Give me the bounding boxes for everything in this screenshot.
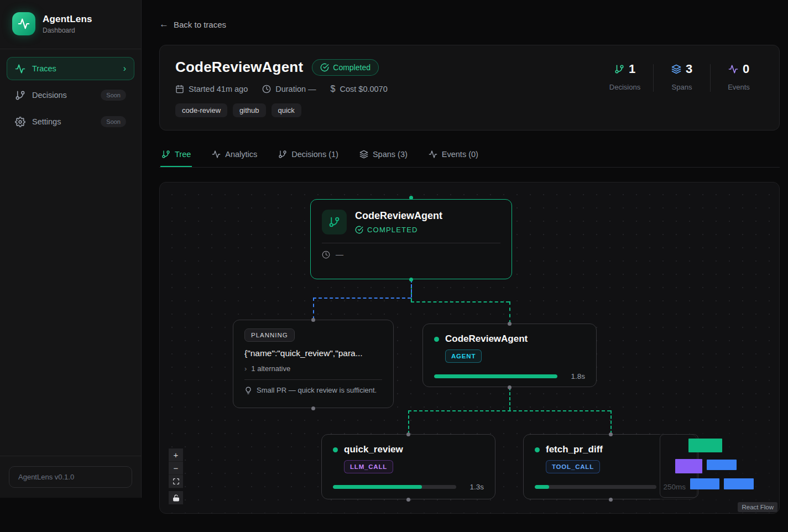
brand-name: AgentLens — [43, 14, 92, 25]
decision-type-badge: PLANNING — [244, 328, 295, 342]
maximize-icon — [173, 478, 180, 485]
sidebar-item-settings[interactable]: Settings Soon — [7, 110, 134, 133]
tab-events[interactable]: Events (0) — [427, 145, 479, 167]
zoom-out-button[interactable]: − — [169, 462, 183, 475]
duration-bar — [333, 485, 456, 489]
chevron-right-icon: › — [244, 364, 247, 373]
app-logo — [12, 12, 35, 35]
brand: AgentLens Dashboard — [0, 0, 141, 49]
node-root-agent[interactable]: CodeReviewAgent COMPLETED — — [310, 199, 512, 279]
node-span-agent[interactable]: CodeReviewAgent AGENT 1.8s — [422, 324, 597, 387]
sidebar-item-label: Settings — [32, 117, 61, 126]
check-circle-icon — [355, 226, 363, 234]
layers-icon — [671, 64, 681, 74]
stat-events: 0 Events — [714, 62, 764, 91]
flow-controls: + − — [169, 448, 183, 504]
trace-title: CodeReviewAgent — [175, 59, 303, 76]
sidebar: AgentLens Dashboard Traces › Decisions S… — [0, 0, 142, 498]
node-handle[interactable] — [409, 278, 413, 281]
edge-agent-quick — [408, 410, 409, 434]
chevron-right-icon: › — [123, 64, 126, 74]
sidebar-item-decisions[interactable]: Decisions Soon — [7, 84, 134, 107]
brand-subtitle: Dashboard — [43, 27, 92, 34]
duration-bar — [535, 485, 656, 489]
arrow-left-icon: ← — [159, 19, 169, 30]
agentlens-app: AgentLens Dashboard Traces › Decisions S… — [0, 0, 788, 532]
decision-hint: Small PR — quick review is sufficient. — [257, 386, 377, 394]
tab-spans[interactable]: Spans (3) — [358, 145, 409, 167]
node-handle[interactable] — [311, 406, 315, 410]
tab-analytics[interactable]: Analytics — [211, 145, 258, 167]
react-flow-attribution[interactable]: React Flow — [738, 502, 777, 512]
activity-icon — [728, 64, 738, 74]
tag: github — [233, 103, 265, 117]
sidebar-item-label: Traces — [32, 64, 56, 73]
clock-icon — [322, 251, 330, 259]
edge-agent-children — [509, 387, 510, 410]
tab-tree[interactable]: Tree — [160, 145, 192, 167]
fit-view-button[interactable] — [169, 475, 183, 488]
flow-canvas[interactable]: CodeReviewAgent COMPLETED — — [159, 182, 780, 514]
minimap-node — [675, 459, 702, 473]
alternatives-toggle[interactable]: › 1 alternative — [244, 364, 382, 373]
minimap-node — [690, 478, 719, 489]
check-circle-icon — [320, 63, 329, 72]
soon-badge: Soon — [101, 116, 126, 127]
tag: quick — [272, 103, 301, 117]
minimap-node — [707, 460, 737, 470]
span-type-badge: AGENT — [445, 350, 482, 363]
tab-decisions[interactable]: Decisions (1) — [277, 145, 340, 167]
unlock-icon — [173, 494, 180, 502]
edge-root-agent — [411, 301, 509, 302]
app-version: AgentLens v0.1.0 — [9, 466, 132, 488]
activity-icon — [212, 150, 221, 159]
root-node-title: CodeReviewAgent — [355, 210, 442, 222]
edge-root-decision — [313, 298, 314, 320]
gear-icon — [15, 117, 25, 127]
lock-button[interactable] — [169, 491, 183, 504]
node-handle[interactable] — [609, 498, 613, 502]
node-handle[interactable] — [406, 498, 410, 502]
duration-bar — [434, 374, 557, 378]
node-decision-planning[interactable]: PLANNING {"name":"quick_review","para...… — [233, 320, 394, 408]
status-dot — [333, 447, 338, 452]
git-branch-icon — [161, 150, 170, 159]
node-span-quick-review[interactable]: quick_review LLM_CALL 1.3s — [321, 434, 495, 499]
zoom-in-button[interactable]: + — [169, 448, 183, 462]
stat-decisions: 1 Decisions — [600, 62, 650, 91]
dollar-icon: $ — [331, 84, 336, 94]
back-label: Back to traces — [174, 20, 226, 29]
node-handle[interactable] — [609, 432, 613, 436]
node-handle[interactable] — [311, 318, 315, 322]
git-branch-icon — [278, 150, 287, 159]
layers-icon — [359, 150, 368, 159]
status-dot — [535, 447, 540, 452]
duration-label: 1.3s — [463, 483, 484, 491]
soon-badge: Soon — [101, 90, 126, 101]
activity-icon — [429, 150, 437, 159]
sidebar-item-label: Decisions — [32, 91, 67, 100]
back-to-traces-link[interactable]: ← Back to traces — [159, 19, 226, 30]
git-branch-icon — [614, 64, 624, 74]
node-handle[interactable] — [409, 196, 413, 200]
status-dot — [434, 337, 439, 342]
sidebar-nav: Traces › Decisions Soon Settings Soon — [0, 49, 141, 141]
detail-tabs: Tree Analytics Decisions (1) Spans (3) — [159, 145, 780, 168]
tag: code-review — [175, 103, 227, 117]
node-handle[interactable] — [508, 322, 512, 326]
flow-minimap[interactable] — [660, 423, 780, 504]
sidebar-item-traces[interactable]: Traces › — [7, 57, 134, 80]
activity-icon — [15, 64, 25, 74]
main-content: ← Back to traces CodeReviewAgent Complet… — [142, 0, 788, 532]
duration-meta: Duration — — [262, 85, 316, 93]
trace-stats: 1 Decisions 3 Spans — [600, 59, 764, 117]
minimap-node — [688, 439, 722, 452]
minimap-node — [724, 478, 754, 489]
node-handle[interactable] — [508, 385, 512, 389]
node-handle[interactable] — [406, 432, 410, 436]
git-branch-icon — [322, 210, 347, 234]
root-node-status: COMPLETED — [367, 226, 418, 234]
tags-row: code-review github quick — [175, 103, 388, 117]
started-meta: Started 41m ago — [175, 85, 248, 93]
activity-icon — [18, 18, 30, 30]
